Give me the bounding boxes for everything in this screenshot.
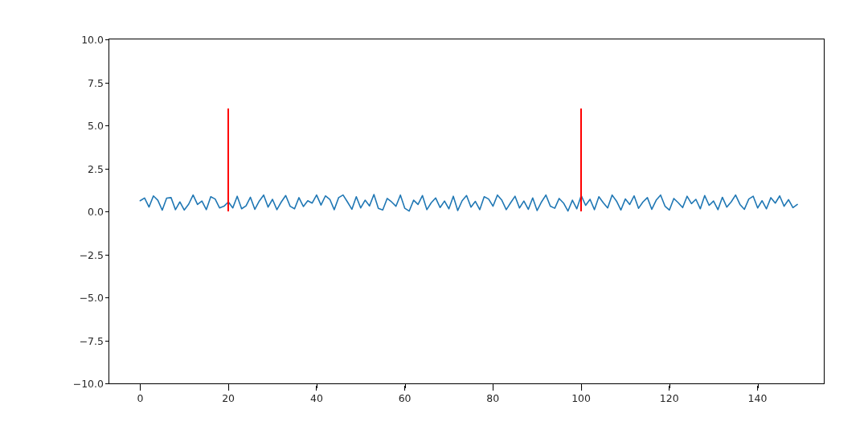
chart-axes: −10.0 −7.5 −5.0 −2.5 0.0 2.5 5.0 7.5 10.…: [108, 39, 825, 384]
vline-marker: [227, 108, 229, 211]
xtick-text: 60: [399, 392, 411, 404]
xtick-label: 140: [748, 386, 768, 404]
ytick-text: −7.5: [80, 335, 104, 347]
xtick-text: 40: [310, 392, 323, 404]
ytick-text: 2.5: [88, 163, 104, 175]
xtick-text: 100: [571, 392, 591, 404]
ytick-text: −10.0: [73, 378, 104, 390]
xtick-text: 20: [222, 392, 235, 404]
ytick-label: 5.0: [0, 120, 104, 132]
xtick-text: 80: [486, 392, 499, 404]
ytick-label: −5.0: [0, 292, 104, 304]
xtick-label: 20: [222, 386, 235, 404]
ytick-label: −7.5: [0, 335, 104, 347]
ytick-text: −5.0: [80, 292, 104, 304]
ytick-label: −10.0: [0, 378, 104, 390]
xtick-label: 120: [660, 386, 679, 404]
ytick-text: 0.0: [88, 206, 104, 218]
ytick-text: 7.5: [88, 77, 104, 89]
ytick-text: −2.5: [80, 249, 104, 261]
vline-marker: [580, 108, 582, 211]
ytick-label: −2.5: [0, 249, 104, 261]
xtick-label: 0: [137, 386, 143, 404]
ytick-text: 5.0: [88, 120, 104, 132]
chart-figure: −10.0 −7.5 −5.0 −2.5 0.0 2.5 5.0 7.5 10.…: [0, 0, 868, 434]
ytick-label: 10.0: [0, 34, 104, 46]
ytick-label: 7.5: [0, 77, 104, 89]
xtick-text: 120: [660, 392, 679, 404]
xtick-label: 60: [399, 386, 411, 404]
xtick-text: 140: [748, 392, 768, 404]
ytick-label: 2.5: [0, 163, 104, 175]
xtick-text: 0: [137, 392, 143, 404]
series-line: [109, 39, 824, 383]
ytick-mark: [105, 383, 109, 384]
xtick-label: 40: [310, 386, 323, 404]
xtick-label: 100: [571, 386, 591, 404]
ytick-label: 0.0: [0, 206, 104, 218]
xtick-label: 80: [486, 386, 499, 404]
ytick-text: 10.0: [81, 34, 104, 46]
